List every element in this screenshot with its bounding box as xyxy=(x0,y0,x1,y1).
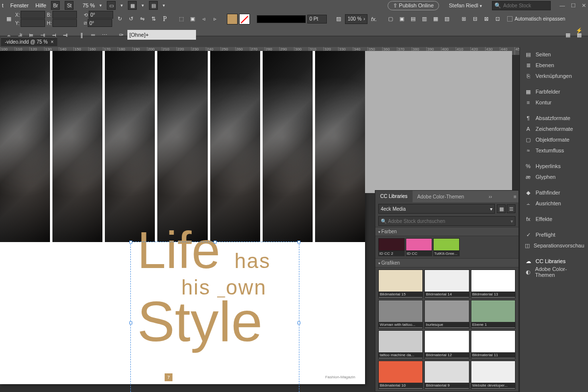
distribute-v-icon[interactable]: ‖ xyxy=(77,30,87,40)
corner-icon[interactable]: ▢ xyxy=(386,14,395,24)
select-container-icon[interactable]: ▣ xyxy=(188,14,197,24)
library-item[interactable]: Ebene 1 xyxy=(471,300,515,329)
rotate-ccw-icon[interactable]: ↺ xyxy=(126,14,136,24)
selection-box[interactable] xyxy=(130,242,299,392)
menu-help[interactable]: Hilfe xyxy=(35,2,46,8)
select-content-icon[interactable]: ⬚ xyxy=(176,14,186,24)
arrange-icon[interactable]: ▤ xyxy=(149,1,158,10)
image-slice[interactable] xyxy=(157,51,207,242)
resize-handle[interactable] xyxy=(129,241,132,244)
panel-fx[interactable]: fxEffekte xyxy=(520,214,588,224)
chevron-down-icon[interactable]: ▾ xyxy=(163,3,165,8)
panel-obj[interactable]: ▢Objektformate xyxy=(520,134,588,145)
zoom-chevron-icon[interactable]: ▾ xyxy=(99,3,102,8)
library-item[interactable]: tattoo machine da... xyxy=(378,330,423,359)
stroke-preview[interactable] xyxy=(257,15,306,23)
wrap-jump-icon[interactable]: ▦ xyxy=(431,14,441,24)
image-strip[interactable] xyxy=(0,51,365,242)
menu-window[interactable]: Fenster xyxy=(10,2,28,8)
panel-swatches[interactable]: ▦Farbfelder xyxy=(520,86,588,97)
zoom-level[interactable]: 75 % xyxy=(82,2,95,8)
close-tab-icon[interactable]: × xyxy=(50,39,53,45)
opacity-field[interactable]: 100 %› xyxy=(345,14,368,24)
stock-search-input[interactable] xyxy=(503,3,547,8)
section-colors[interactable]: Farben xyxy=(375,227,518,236)
panel-layers[interactable]: ≣Ebenen xyxy=(520,60,588,71)
chevron-down-icon[interactable]: ▾ xyxy=(121,3,123,8)
library-swatch[interactable]: TutKit-Gree... xyxy=(433,238,460,256)
panel-char[interactable]: AZeichenformate xyxy=(520,123,588,134)
panel-menu-icon[interactable]: ≡ xyxy=(512,194,518,199)
panel-color[interactable]: ◐Adobe Color-Themen xyxy=(520,267,588,277)
panel-links[interactable]: ⎘Verknüpfungen xyxy=(520,71,588,81)
panel-pages[interactable]: ▤Seiten xyxy=(520,49,588,60)
chevron-down-icon[interactable]: ▾ xyxy=(142,3,144,8)
document-tab[interactable]: -video.indd @ 75 % × xyxy=(1,37,57,46)
select-prev-icon[interactable]: ◃ xyxy=(199,14,209,24)
resize-handle[interactable] xyxy=(297,321,300,324)
library-item[interactable]: Bildmaterial 10 xyxy=(378,361,423,390)
align-b-icon[interactable]: ⫥ xyxy=(60,30,70,40)
wrap-bound-icon[interactable]: ▤ xyxy=(408,14,418,24)
image-slice[interactable] xyxy=(315,51,365,242)
library-item[interactable]: Bildmaterial 11 xyxy=(471,330,515,359)
panel-align[interactable]: ⫠Ausrichten xyxy=(520,198,588,209)
library-swatch[interactable]: ID CC xyxy=(406,238,432,256)
fit-frame-icon[interactable]: ⊟ xyxy=(470,14,480,24)
minimize-icon[interactable]: — xyxy=(560,2,565,9)
flip-h-icon[interactable]: ⇋ xyxy=(137,14,147,24)
stock-icon[interactable]: St xyxy=(65,1,74,10)
library-item[interactable]: Woman with tattoo... xyxy=(378,300,423,329)
bridge-icon[interactable]: Br xyxy=(51,1,60,10)
panel-glyph[interactable]: æGlyphen xyxy=(520,172,588,182)
library-item[interactable]: burlesque xyxy=(424,300,469,329)
flip-v-icon[interactable]: ⇅ xyxy=(148,14,158,24)
style-picker-icon[interactable]: ✑ xyxy=(116,30,126,40)
close-icon[interactable]: ✕ xyxy=(582,2,586,9)
image-slice[interactable] xyxy=(52,51,102,242)
stroke-weight[interactable]: 0 Pt xyxy=(307,15,327,24)
library-item[interactable]: Bildmaterial 9 xyxy=(424,361,469,390)
library-item[interactable]: Bildmaterial 12 xyxy=(424,330,469,359)
panel-preflight[interactable]: ✓Preflight xyxy=(520,229,588,240)
fit-content-icon[interactable]: ⊞ xyxy=(459,14,468,24)
library-item[interactable]: Bildmaterial 13 xyxy=(471,270,515,298)
fill-swatch[interactable] xyxy=(227,14,238,24)
ref-point-icon[interactable]: ▦ xyxy=(4,14,14,24)
panel-path[interactable]: ◆Pathfinder xyxy=(520,187,588,198)
panel-hyper[interactable]: %Hyperlinks xyxy=(520,161,588,172)
h-field[interactable] xyxy=(52,19,77,27)
autofit-checkbox[interactable]: Automatisch einpassen xyxy=(507,16,565,22)
stroke-swatch[interactable] xyxy=(239,14,250,24)
tab-cc-libraries[interactable]: CC Libraries xyxy=(375,191,413,202)
user-name[interactable]: Stefan Riedl ▾ xyxy=(449,2,482,8)
w-field[interactable] xyxy=(52,11,77,19)
space-h-icon[interactable]: ⋯ xyxy=(99,30,109,40)
library-swatch[interactable]: ID CC 2 xyxy=(378,238,405,256)
object-style-select[interactable]: [Ohne]+ xyxy=(127,30,196,40)
y-field[interactable] xyxy=(21,19,45,27)
library-item[interactable]: Bildmaterial 14 xyxy=(424,270,469,298)
list-view-icon[interactable]: ☰ xyxy=(507,204,515,213)
image-slice[interactable] xyxy=(210,51,260,242)
screen-mode-icon[interactable]: ▦ xyxy=(128,1,137,10)
grid-view-icon[interactable]: ▦ xyxy=(497,204,506,213)
stock-search[interactable]: 🔍 xyxy=(492,1,551,10)
panel-wrap[interactable]: ≈Textumfluss xyxy=(520,145,588,156)
fx-icon[interactable]: fx. xyxy=(369,14,379,24)
image-slice[interactable] xyxy=(263,51,313,242)
maximize-icon[interactable]: ☐ xyxy=(571,2,576,9)
resize-handle[interactable] xyxy=(297,241,300,244)
publish-online-button[interactable]: ⇪ Publish Online xyxy=(388,1,439,10)
resize-handle[interactable] xyxy=(129,321,132,324)
center-content-icon[interactable]: ⊡ xyxy=(492,14,502,24)
panel-seps[interactable]: ◫Separationsvorschau xyxy=(520,240,588,251)
library-select[interactable]: 4eck Media▾ xyxy=(378,204,495,214)
wrap-none-icon[interactable]: ▣ xyxy=(397,14,407,24)
select-next-icon[interactable]: ▹ xyxy=(210,14,220,24)
x-field[interactable] xyxy=(21,11,45,19)
library-search[interactable]: 🔍 Adobe Stock durchsuchen ▾ xyxy=(378,216,515,226)
section-graphics[interactable]: Grafiken xyxy=(375,258,518,268)
tab-color-themes[interactable]: Adobe Color-Themen xyxy=(413,191,469,202)
rotate-field[interactable] xyxy=(89,11,113,19)
